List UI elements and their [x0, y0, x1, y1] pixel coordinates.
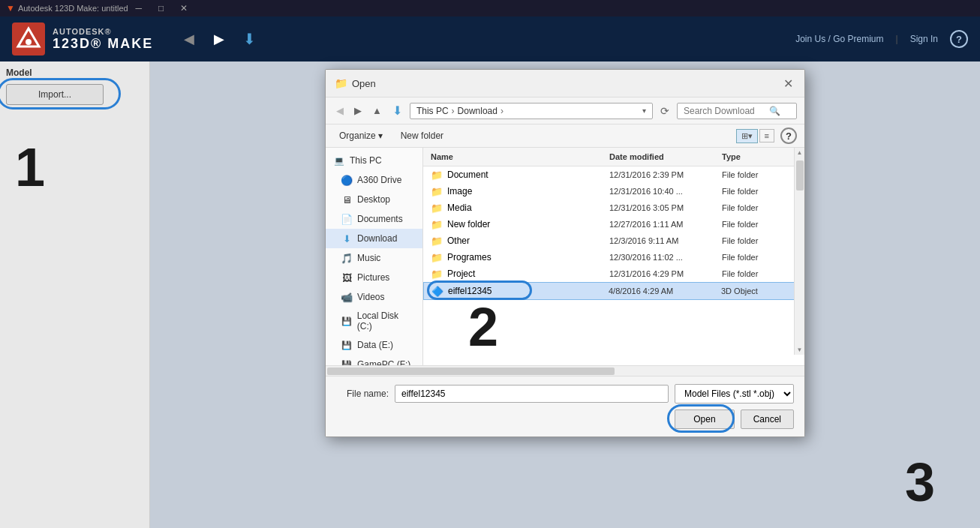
dialog-title-left: 📁 Open	[335, 77, 376, 89]
header-divider: |	[896, 34, 898, 44]
path-sep-1: ›	[452, 106, 455, 116]
documents-icon: 📄	[341, 213, 353, 225]
file-row-programes[interactable]: 📁Programes 12/30/2016 11:02 ... File fol…	[423, 249, 804, 266]
folder-icon: 📁	[431, 251, 443, 263]
open-button[interactable]: Open	[675, 410, 734, 429]
search-box: 🔍	[677, 103, 797, 119]
product-name: 123D® MAKE	[53, 36, 153, 52]
file-row-newfolder[interactable]: 📁New folder 12/27/2016 1:11 AM File fold…	[423, 216, 804, 232]
import-button[interactable]: Import...	[6, 84, 104, 105]
file-type: File folder	[722, 170, 797, 179]
filename-row: File name: Model Files (*.stl *.obj)	[336, 384, 794, 404]
music-icon: 🎵	[341, 252, 353, 264]
app-logo: AUTODESK® 123D® MAKE	[12, 22, 153, 56]
addr-back-button[interactable]: ◀	[333, 104, 347, 118]
nav-item-desktop[interactable]: 🖥 Desktop	[326, 190, 422, 209]
file-type: File folder	[722, 203, 797, 212]
close-button[interactable]: ✕	[173, 0, 194, 16]
nav-download-button[interactable]: ⬇	[240, 30, 258, 48]
col-name[interactable]: Name	[431, 151, 609, 163]
nav-item-this-pc[interactable]: 💻 This PC	[326, 151, 422, 170]
file-date: 12/31/2016 10:40 ...	[609, 187, 722, 196]
refresh-button[interactable]: ⟳	[657, 104, 672, 118]
addr-up-button[interactable]: ▲	[369, 104, 385, 118]
file-row-image[interactable]: 📁Image 12/31/2016 10:40 ... File folder	[423, 183, 804, 200]
nav-item-pictures[interactable]: 🖼 Pictures	[326, 268, 422, 287]
folder-icon: 📁	[431, 218, 443, 230]
nav-back-button[interactable]: ◀	[180, 30, 198, 48]
folder-icon: 📁	[431, 185, 443, 197]
join-premium-link[interactable]: Join Us / Go Premium	[795, 34, 883, 44]
nav-item-data-e[interactable]: 💾 Data (E:)	[326, 335, 422, 355]
nav-item-documents[interactable]: 📄 Documents	[326, 209, 422, 229]
dialog-help-button[interactable]: ?	[780, 128, 797, 144]
file-row-other[interactable]: 📁Other 12/3/2016 9:11 AM File folder	[423, 232, 804, 249]
dialog-title-icon: 📁	[335, 77, 347, 89]
path-dropdown[interactable]: ▾	[642, 106, 646, 115]
svg-point-1	[26, 39, 32, 45]
filetype-select[interactable]: Model Files (*.stl *.obj)	[675, 384, 794, 404]
nav-item-gamepc-f[interactable]: 💾 GamePC (F:)	[326, 355, 422, 365]
maximize-button[interactable]: □	[151, 0, 172, 16]
vscrollbar[interactable]: ▲ ▼	[794, 148, 804, 355]
file-date: 12/27/2016 1:11 AM	[609, 220, 722, 229]
view-details-button[interactable]: ≡	[759, 129, 774, 142]
dialog-addressbar: ◀ ▶ ▲ ⬇ This PC › Download › ▾ ⟳ 🔍	[326, 98, 804, 124]
file-row-project[interactable]: 📁Project 12/31/2016 4:29 PM File folder	[423, 266, 804, 282]
organize-arrow: ▾	[378, 130, 383, 141]
minimize-button[interactable]: ─	[128, 0, 149, 16]
nav-item-a360[interactable]: 🔵 A360 Drive	[326, 170, 422, 190]
view-grid-button[interactable]: ⊞▾	[736, 129, 758, 143]
new-folder-button[interactable]: New folder	[395, 128, 449, 143]
path-part-1: This PC	[416, 106, 449, 116]
dialog-actions: Open Cancel	[336, 410, 794, 429]
hscrollbar[interactable]	[326, 365, 804, 376]
cancel-button[interactable]: Cancel	[741, 410, 794, 429]
file-name: Image	[447, 186, 472, 196]
file-type: File folder	[722, 253, 797, 262]
col-type[interactable]: Type	[722, 151, 797, 163]
window-controls: ─ □ ✕	[128, 0, 194, 16]
nav-item-local-c[interactable]: 💾 Local Disk (C:)	[326, 307, 422, 335]
signin-link[interactable]: Sign In	[910, 34, 938, 44]
nav-item-label-data-e: Data (E:)	[357, 340, 393, 350]
hscroll-thumb	[327, 368, 615, 375]
path-part-2: Download	[458, 106, 498, 116]
nav-item-download[interactable]: ⬇ Download	[326, 229, 422, 248]
logo-icon	[12, 22, 45, 56]
file-type: File folder	[722, 220, 797, 229]
addr-download-button[interactable]: ⬇	[389, 102, 405, 119]
dialog-close-button[interactable]: ✕	[780, 76, 795, 91]
folder-icon: 📁	[431, 235, 443, 247]
folder-icon: 📁	[431, 202, 443, 214]
local-c-icon: 💾	[341, 315, 353, 327]
filename-input[interactable]	[395, 385, 669, 403]
help-button[interactable]: ?	[950, 30, 968, 48]
file-date: 12/31/2016 4:29 PM	[609, 269, 722, 278]
nav-item-label-music: Music	[357, 253, 380, 263]
left-panel: Model Import... 1	[0, 62, 150, 528]
dialog-overlay: 📁 Open ✕ ◀ ▶ ▲ ⬇ This PC › Download › ▾ …	[150, 62, 980, 528]
file-row-media[interactable]: 📁Media 12/31/2016 3:05 PM File folder	[423, 200, 804, 216]
nav-item-videos[interactable]: 📹 Videos	[326, 287, 422, 307]
file-type-eiffel: 3D Object	[721, 286, 796, 296]
dialog-bottom: File name: Model Files (*.stl *.obj) Ope…	[326, 376, 804, 436]
file-name: Programes	[447, 252, 492, 262]
scroll-down-btn[interactable]: ▼	[795, 345, 804, 355]
file-type: File folder	[722, 269, 797, 278]
filename-label: File name:	[336, 388, 389, 399]
addr-forward-button[interactable]: ▶	[351, 104, 365, 118]
pictures-icon: 🖼	[341, 272, 353, 284]
nav-item-label-videos: Videos	[357, 292, 384, 302]
nav-item-music[interactable]: 🎵 Music	[326, 248, 422, 268]
address-path: This PC › Download › ▾	[410, 103, 653, 119]
nav-forward-button[interactable]: ▶	[210, 30, 228, 48]
search-input[interactable]	[684, 106, 766, 116]
logo-text: AUTODESK® 123D® MAKE	[53, 27, 153, 52]
col-date[interactable]: Date modified	[609, 151, 722, 163]
file-list-container: ▲ ▼ Name Date modified Type 📁Document	[423, 148, 804, 365]
scroll-up-btn[interactable]: ▲	[795, 148, 804, 158]
organize-button[interactable]: Organize ▾	[333, 128, 389, 143]
dialog-toolbar: Organize ▾ New folder ⊞▾ ≡ ?	[326, 124, 804, 148]
file-row-document[interactable]: 📁Document 12/31/2016 2:39 PM File folder	[423, 166, 804, 183]
